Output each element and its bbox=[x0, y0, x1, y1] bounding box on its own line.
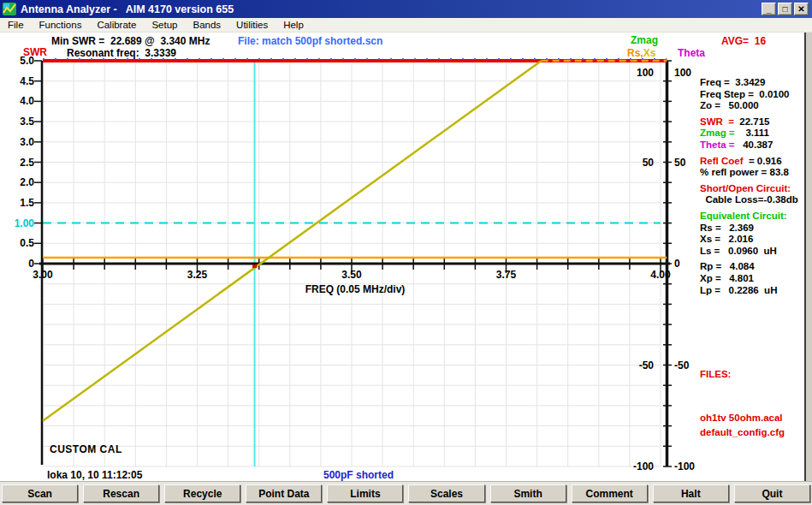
readout-freq-step: Freq Step = 0.0100 bbox=[700, 89, 808, 101]
readout-refl-power-value: 83.8 bbox=[769, 167, 788, 177]
swr-tick-3.0: 3.0 bbox=[5, 136, 34, 148]
readout-zo: Zo = 50.000 bbox=[700, 100, 808, 112]
theta-tick-100: 100 bbox=[674, 67, 719, 79]
readout-cable-loss-label: Cable Loss=-0.38db bbox=[700, 194, 798, 205]
file-name-1: oh1tv 50ohm.acal bbox=[700, 411, 785, 425]
readout-cable-loss: Cable Loss=-0.38db bbox=[700, 194, 808, 206]
readout-lp: Lp = 0.2286 uH bbox=[700, 285, 808, 297]
command-button-quit[interactable]: Quit bbox=[734, 484, 810, 502]
swr-tick-1.00: 1.00 bbox=[5, 217, 34, 229]
window-controls: _ □ ✕ bbox=[762, 3, 809, 15]
theta-tick-50: 50 bbox=[674, 157, 719, 169]
command-button-comment[interactable]: Comment bbox=[572, 484, 648, 502]
scan-note-label: 500pF shorted bbox=[323, 469, 394, 481]
readout-lp-value: 0.2286 uH bbox=[729, 285, 778, 295]
readout-ls-value: 0.0960 uH bbox=[728, 246, 777, 256]
menu-item-bands[interactable]: Bands bbox=[193, 20, 221, 30]
series-theta bbox=[43, 61, 542, 421]
readout-short-open: Short/Open Circuit: bbox=[700, 183, 808, 195]
scan-file-label: File: match 500pf shorted.scn bbox=[238, 35, 382, 47]
menu-item-help[interactable]: Help bbox=[283, 20, 304, 30]
readout-zo-label: Zo = bbox=[700, 100, 729, 110]
command-button-limits[interactable]: Limits bbox=[327, 484, 403, 502]
menu-item-functions[interactable]: Functions bbox=[39, 20, 82, 30]
chart-plot[interactable] bbox=[0, 33, 806, 481]
min-swr-label: Min SWR = 22.689 @ 3.340 MHz bbox=[51, 35, 210, 47]
maximize-button[interactable]: □ bbox=[778, 3, 792, 15]
command-button-scan[interactable]: Scan bbox=[2, 484, 78, 502]
swr-tick-2.5: 2.5 bbox=[5, 157, 34, 169]
readout-lp-label: Lp = bbox=[700, 285, 729, 295]
readout-freq-step-value: 0.0100 bbox=[759, 89, 789, 99]
readout-freq-step-label: Freq Step = bbox=[700, 89, 759, 99]
file-name-2: default_config.cfg bbox=[700, 425, 785, 440]
legend-rs-xs: Rs,Xs bbox=[627, 47, 655, 59]
app-icon bbox=[3, 3, 16, 15]
swr-tick-1.5: 1.5 bbox=[5, 197, 34, 209]
window-title: Antenna Analyzer - AIM 4170 version 655 bbox=[21, 3, 234, 15]
x-tick-4.00: 4.00 bbox=[643, 269, 678, 281]
readout-xs-value: 2.016 bbox=[729, 234, 754, 244]
close-button[interactable]: ✕ bbox=[794, 3, 809, 15]
readout-zmag-label: Zmag = bbox=[700, 128, 745, 138]
readout-freq: Freq = 3.3429 bbox=[700, 77, 808, 89]
readout-ls-label: Ls = bbox=[700, 246, 728, 256]
readout-theta: Theta = 40.387 bbox=[700, 140, 808, 152]
readout-swr: SWR = 22.715 bbox=[700, 116, 808, 128]
swr-tick-4.0: 4.0 bbox=[5, 95, 34, 107]
main-area: Min SWR = 22.689 @ 3.340 MHz File: match… bbox=[0, 33, 806, 481]
datetime-label: loka 10, 10 11:12:05 bbox=[47, 469, 142, 481]
readout-equiv-circuit-label: Equivalent Circuit: bbox=[700, 211, 787, 221]
readout-freq-value: 3.3429 bbox=[735, 77, 765, 87]
menu-item-calibrate[interactable]: Calibrate bbox=[97, 20, 136, 30]
menu-item-file[interactable]: File bbox=[8, 20, 24, 30]
readout-rs-value: 2.369 bbox=[729, 223, 754, 233]
menu-bar: FileFunctionsCalibrateSetupBandsUtilitie… bbox=[0, 18, 812, 33]
readout-ls: Ls = 0.0960 uH bbox=[700, 246, 808, 258]
minimize-button[interactable]: _ bbox=[762, 3, 776, 15]
command-button-scales[interactable]: Scales bbox=[408, 484, 484, 502]
files-panel: FILES: oh1tv 50ohm.acaldefault_config.cf… bbox=[700, 338, 785, 440]
x-tick-3.50: 3.50 bbox=[335, 269, 369, 281]
swr-tick-3.5: 3.5 bbox=[5, 116, 34, 128]
cursor-marker bbox=[252, 264, 257, 268]
x-tick-3.25: 3.25 bbox=[181, 269, 215, 281]
readout-xp-label: Xp = bbox=[700, 273, 729, 283]
avg-label: AVG= 16 bbox=[721, 35, 766, 47]
swr-tick-2.0: 2.0 bbox=[5, 176, 34, 188]
command-button-recycle[interactable]: Recycle bbox=[164, 484, 240, 502]
menu-item-setup[interactable]: Setup bbox=[151, 20, 177, 30]
readout-rs-label: Rs = bbox=[700, 223, 729, 233]
x-tick-3.75: 3.75 bbox=[489, 269, 524, 281]
readout-equiv-circuit: Equivalent Circuit: bbox=[700, 211, 808, 223]
rsxs-tick-50: 50 bbox=[609, 157, 654, 169]
rsxs-tick--50: -50 bbox=[609, 359, 654, 371]
readout-rp-value: 4.084 bbox=[730, 261, 755, 271]
command-button-bar: ScanRescanRecyclePoint DataLimitsScalesS… bbox=[0, 481, 812, 505]
legend-rs: Rs, bbox=[627, 47, 643, 59]
calibration-annotation: CUSTOM CAL bbox=[50, 443, 122, 455]
command-button-rescan[interactable]: Rescan bbox=[83, 484, 159, 502]
readout-short-open-label: Short/Open Circuit: bbox=[700, 183, 791, 193]
x-tick-3.00: 3.00 bbox=[26, 269, 60, 281]
command-button-smith[interactable]: Smith bbox=[490, 484, 566, 502]
readout-swr-value: 22.715 bbox=[739, 116, 769, 127]
readout-theta-value: 40.387 bbox=[743, 140, 773, 150]
rsxs-tick--100: -100 bbox=[609, 460, 654, 472]
readout-xp-value: 4.801 bbox=[729, 273, 754, 283]
swr-tick-0.5: 0.5 bbox=[5, 237, 34, 249]
readout-zo-value: 50.000 bbox=[729, 100, 759, 110]
command-button-halt[interactable]: Halt bbox=[653, 484, 729, 502]
x-axis-title: FREQ (0.05 MHz/div) bbox=[270, 283, 441, 295]
swr-tick-5.0: 5.0 bbox=[5, 55, 34, 67]
theta-tick-0: 0 bbox=[674, 258, 719, 270]
readout-zmag: Zmag = 3.111 bbox=[700, 128, 808, 140]
readout-refl-power-label: % refl power = bbox=[700, 167, 769, 177]
command-button-point-data[interactable]: Point Data bbox=[246, 484, 322, 502]
readout-refl-power: % refl power = 83.8 bbox=[700, 167, 808, 179]
title-bar: Antenna Analyzer - AIM 4170 version 655 … bbox=[0, 0, 812, 18]
rsxs-tick-100: 100 bbox=[609, 67, 654, 79]
legend-xs: Xs bbox=[643, 47, 656, 59]
menu-item-utilities[interactable]: Utilities bbox=[236, 20, 268, 30]
readout-refl-coef-value: = 0.916 bbox=[749, 156, 782, 166]
